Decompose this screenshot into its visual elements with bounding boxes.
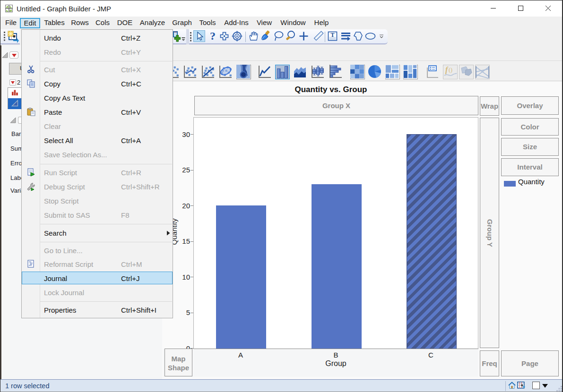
svg-text:T: T — [330, 32, 334, 38]
svg-text:(): () — [449, 67, 452, 73]
svg-text:f: f — [445, 66, 449, 74]
